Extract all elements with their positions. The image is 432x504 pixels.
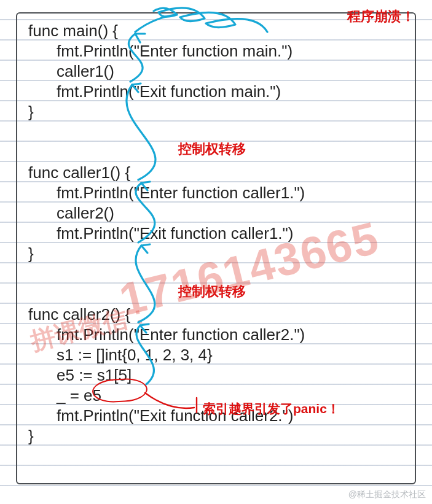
code-main-exit: fmt.Println("Exit function main.") <box>28 82 404 102</box>
annotation-panic: 索引越界引发了panic！ <box>203 400 340 417</box>
footer-credit: @稀土掘金技术社区 <box>348 489 426 500</box>
annotation-transfer-2: 控制权转移 <box>178 282 246 301</box>
code-caller2-close: } <box>28 426 404 446</box>
blank-3 <box>28 264 404 284</box>
code-caller2-e5: e5 := s1[5] <box>28 365 404 386</box>
code-caller1-decl: func caller1() { <box>28 163 404 183</box>
code-caller2-decl: func caller2() { <box>28 304 404 325</box>
code-main-enter: fmt.Println("Enter function main.") <box>28 41 404 61</box>
code-caller1-call: caller2() <box>28 203 404 223</box>
code-caller1-enter: fmt.Println("Enter function caller1.") <box>28 183 404 203</box>
code-caller2-s1: s1 := []int{0, 1, 2, 3, 4} <box>28 345 404 365</box>
code-main-call: caller1() <box>28 61 404 82</box>
code-caller1-exit: fmt.Println("Exit function caller1.") <box>28 223 404 244</box>
code-main-close: } <box>28 102 404 122</box>
code-caller2-enter: fmt.Println("Enter function caller2.") <box>28 325 404 345</box>
code-caller1-close: } <box>28 244 404 264</box>
annotation-crash: 程序崩溃！ <box>347 7 415 26</box>
annotation-transfer-1: 控制权转移 <box>178 140 246 158</box>
